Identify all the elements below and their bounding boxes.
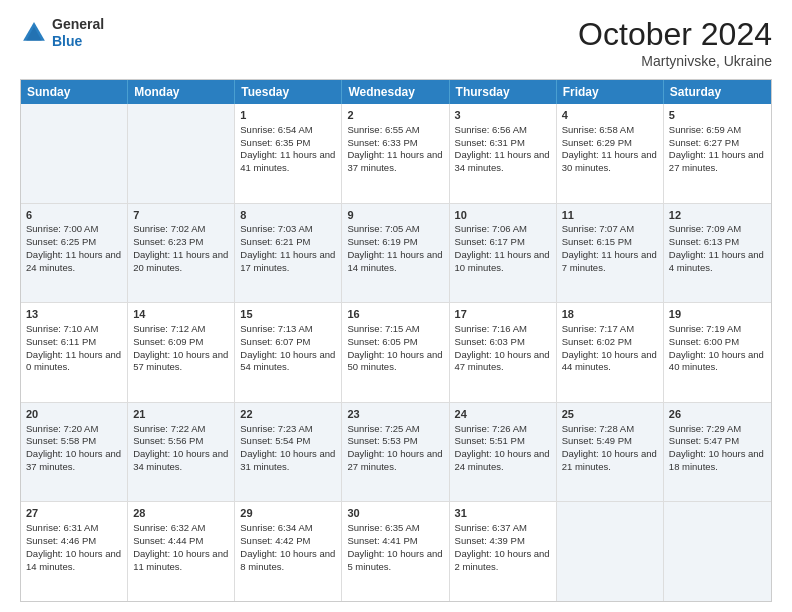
sunrise-text: Sunrise: 6:56 AM: [455, 124, 527, 135]
sunrise-text: Sunrise: 7:20 AM: [26, 423, 98, 434]
day-number: 31: [455, 506, 551, 521]
sunset-text: Sunset: 6:11 PM: [26, 336, 96, 347]
sunset-text: Sunset: 4:44 PM: [133, 535, 203, 546]
sunset-text: Sunset: 6:13 PM: [669, 236, 739, 247]
day-number: 9: [347, 208, 443, 223]
page: General Blue October 2024 Martynivske, U…: [0, 0, 792, 612]
day-number: 11: [562, 208, 658, 223]
sunset-text: Sunset: 5:56 PM: [133, 435, 203, 446]
sunrise-text: Sunrise: 7:28 AM: [562, 423, 634, 434]
day-cell-15: 15Sunrise: 7:13 AMSunset: 6:07 PMDayligh…: [235, 303, 342, 402]
day-header-sunday: Sunday: [21, 80, 128, 104]
daylight-text: Daylight: 11 hours and 37 minutes.: [347, 149, 442, 173]
daylight-text: Daylight: 10 hours and 34 minutes.: [133, 448, 228, 472]
day-number: 12: [669, 208, 766, 223]
day-cell-3: 3Sunrise: 6:56 AMSunset: 6:31 PMDaylight…: [450, 104, 557, 203]
daylight-text: Daylight: 10 hours and 18 minutes.: [669, 448, 764, 472]
sunset-text: Sunset: 6:07 PM: [240, 336, 310, 347]
month-title: October 2024: [578, 16, 772, 53]
sunrise-text: Sunrise: 7:19 AM: [669, 323, 741, 334]
day-number: 10: [455, 208, 551, 223]
day-cell-27: 27Sunrise: 6:31 AMSunset: 4:46 PMDayligh…: [21, 502, 128, 601]
calendar-header: SundayMondayTuesdayWednesdayThursdayFrid…: [21, 80, 771, 104]
daylight-text: Daylight: 11 hours and 0 minutes.: [26, 349, 121, 373]
day-cell-12: 12Sunrise: 7:09 AMSunset: 6:13 PMDayligh…: [664, 204, 771, 303]
day-number: 2: [347, 108, 443, 123]
day-number: 28: [133, 506, 229, 521]
day-number: 16: [347, 307, 443, 322]
sunrise-text: Sunrise: 6:54 AM: [240, 124, 312, 135]
daylight-text: Daylight: 11 hours and 7 minutes.: [562, 249, 657, 273]
day-number: 5: [669, 108, 766, 123]
sunrise-text: Sunrise: 7:05 AM: [347, 223, 419, 234]
daylight-text: Daylight: 10 hours and 8 minutes.: [240, 548, 335, 572]
sunset-text: Sunset: 6:27 PM: [669, 137, 739, 148]
day-cell-11: 11Sunrise: 7:07 AMSunset: 6:15 PMDayligh…: [557, 204, 664, 303]
daylight-text: Daylight: 10 hours and 14 minutes.: [26, 548, 121, 572]
sunrise-text: Sunrise: 7:00 AM: [26, 223, 98, 234]
day-number: 23: [347, 407, 443, 422]
day-header-saturday: Saturday: [664, 80, 771, 104]
day-cell-4: 4Sunrise: 6:58 AMSunset: 6:29 PMDaylight…: [557, 104, 664, 203]
sunrise-text: Sunrise: 7:10 AM: [26, 323, 98, 334]
day-number: 20: [26, 407, 122, 422]
day-number: 19: [669, 307, 766, 322]
sunrise-text: Sunrise: 7:06 AM: [455, 223, 527, 234]
day-cell-6: 6Sunrise: 7:00 AMSunset: 6:25 PMDaylight…: [21, 204, 128, 303]
day-cell-16: 16Sunrise: 7:15 AMSunset: 6:05 PMDayligh…: [342, 303, 449, 402]
title-block: October 2024 Martynivske, Ukraine: [578, 16, 772, 69]
sunrise-text: Sunrise: 7:03 AM: [240, 223, 312, 234]
daylight-text: Daylight: 10 hours and 2 minutes.: [455, 548, 550, 572]
sunset-text: Sunset: 5:47 PM: [669, 435, 739, 446]
sunset-text: Sunset: 5:49 PM: [562, 435, 632, 446]
sunset-text: Sunset: 4:46 PM: [26, 535, 96, 546]
day-cell-1: 1Sunrise: 6:54 AMSunset: 6:35 PMDaylight…: [235, 104, 342, 203]
sunrise-text: Sunrise: 7:29 AM: [669, 423, 741, 434]
sunrise-text: Sunrise: 7:12 AM: [133, 323, 205, 334]
daylight-text: Daylight: 11 hours and 24 minutes.: [26, 249, 121, 273]
daylight-text: Daylight: 10 hours and 40 minutes.: [669, 349, 764, 373]
day-number: 27: [26, 506, 122, 521]
day-cell-26: 26Sunrise: 7:29 AMSunset: 5:47 PMDayligh…: [664, 403, 771, 502]
day-cell-5: 5Sunrise: 6:59 AMSunset: 6:27 PMDaylight…: [664, 104, 771, 203]
sunset-text: Sunset: 4:41 PM: [347, 535, 417, 546]
sunrise-text: Sunrise: 7:02 AM: [133, 223, 205, 234]
sunset-text: Sunset: 6:23 PM: [133, 236, 203, 247]
daylight-text: Daylight: 10 hours and 37 minutes.: [26, 448, 121, 472]
sunrise-text: Sunrise: 6:58 AM: [562, 124, 634, 135]
sunrise-text: Sunrise: 6:31 AM: [26, 522, 98, 533]
sunrise-text: Sunrise: 6:34 AM: [240, 522, 312, 533]
day-number: 18: [562, 307, 658, 322]
sunset-text: Sunset: 6:05 PM: [347, 336, 417, 347]
day-cell-9: 9Sunrise: 7:05 AMSunset: 6:19 PMDaylight…: [342, 204, 449, 303]
empty-cell: [21, 104, 128, 203]
day-cell-7: 7Sunrise: 7:02 AMSunset: 6:23 PMDaylight…: [128, 204, 235, 303]
day-header-thursday: Thursday: [450, 80, 557, 104]
day-number: 13: [26, 307, 122, 322]
day-number: 15: [240, 307, 336, 322]
logo: General Blue: [20, 16, 104, 50]
day-header-wednesday: Wednesday: [342, 80, 449, 104]
day-number: 29: [240, 506, 336, 521]
day-number: 30: [347, 506, 443, 521]
daylight-text: Daylight: 11 hours and 4 minutes.: [669, 249, 764, 273]
day-header-friday: Friday: [557, 80, 664, 104]
sunset-text: Sunset: 6:33 PM: [347, 137, 417, 148]
daylight-text: Daylight: 11 hours and 10 minutes.: [455, 249, 550, 273]
day-number: 6: [26, 208, 122, 223]
day-number: 21: [133, 407, 229, 422]
sunrise-text: Sunrise: 6:32 AM: [133, 522, 205, 533]
sunrise-text: Sunrise: 6:59 AM: [669, 124, 741, 135]
day-number: 26: [669, 407, 766, 422]
sunset-text: Sunset: 6:15 PM: [562, 236, 632, 247]
daylight-text: Daylight: 11 hours and 34 minutes.: [455, 149, 550, 173]
calendar-week-1: 1Sunrise: 6:54 AMSunset: 6:35 PMDaylight…: [21, 104, 771, 204]
day-cell-31: 31Sunrise: 6:37 AMSunset: 4:39 PMDayligh…: [450, 502, 557, 601]
day-cell-2: 2Sunrise: 6:55 AMSunset: 6:33 PMDaylight…: [342, 104, 449, 203]
daylight-text: Daylight: 11 hours and 41 minutes.: [240, 149, 335, 173]
logo-general: General: [52, 16, 104, 32]
day-cell-8: 8Sunrise: 7:03 AMSunset: 6:21 PMDaylight…: [235, 204, 342, 303]
daylight-text: Daylight: 10 hours and 54 minutes.: [240, 349, 335, 373]
day-number: 14: [133, 307, 229, 322]
daylight-text: Daylight: 10 hours and 44 minutes.: [562, 349, 657, 373]
